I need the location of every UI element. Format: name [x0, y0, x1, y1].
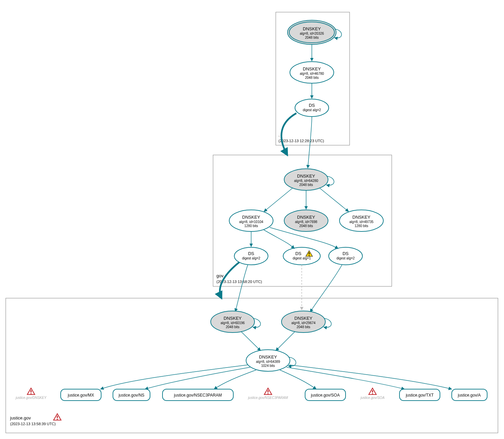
- rrset-label: justice.gov/TXT: [406, 393, 434, 398]
- edge: [100, 365, 248, 389]
- node-sub: digest alg=2: [242, 256, 261, 260]
- node-dnskey-64389: DNSKEY alg=8, id=64389 1024 bits: [246, 350, 290, 371]
- zone-timestamp-root: (2023-12-13 12:28:23 UTC): [278, 139, 324, 143]
- rrset-txt: justice.gov/TXT: [399, 389, 440, 401]
- edge: [276, 332, 295, 351]
- rrset-a: justice.gov/A: [452, 389, 487, 401]
- edge: [289, 365, 452, 389]
- node-sub: alg=8, id=29674: [291, 321, 316, 325]
- node-dnskey-7698: DNSKEY alg=8, id=7698 2048 bits: [284, 210, 328, 231]
- edge: [287, 367, 405, 389]
- node-title: DNSKEY: [294, 316, 313, 321]
- node-dnskey-60196: DNSKEY alg=8, id=60196 2048 bits: [211, 311, 255, 333]
- node-title: DNSKEY: [303, 66, 321, 71]
- node-sub: 2048 bits: [305, 76, 319, 80]
- node-ds-gov-b: DS digest alg=1: [283, 247, 320, 265]
- node-dnskey-10104: DNSKEY alg=8, id=10104 1280 bits: [229, 210, 273, 231]
- node-title: DNSKEY: [297, 215, 315, 220]
- rrset-label: justice.gov/NSEC3PARAM: [174, 393, 222, 398]
- node-dnskey-29674: DNSKEY alg=8, id=29674 2048 bits: [281, 311, 325, 333]
- node-title: DS: [295, 251, 301, 256]
- rrset-label: justice.gov/MX: [67, 393, 94, 398]
- node-sub: digest alg=2: [303, 108, 321, 112]
- rrset-nsec3param: justice.gov/NSEC3PARAM: [162, 389, 233, 401]
- dnssec-graph: . (2023-12-13 12:28:23 UTC) DNSKEY alg=8…: [0, 0, 504, 439]
- node-sub: alg=8, id=20326: [300, 32, 324, 35]
- node-title: DNSKEY: [352, 215, 370, 220]
- ghost-dnskey: justice.gov/DNSKEY: [15, 388, 47, 400]
- ghost-label: justice.gov/NSEC3PARAM: [247, 396, 288, 400]
- node-sub: 2048 bits: [299, 183, 313, 187]
- node-dnskey-49735: DNSKEY alg=8, id=49735 1280 bits: [339, 210, 383, 231]
- rrset-label: justice.gov/SOA: [310, 393, 339, 398]
- rrset-label: justice.gov/NS: [118, 393, 145, 398]
- svg-point-15: [283, 247, 320, 265]
- node-sub: 1280 bits: [244, 224, 258, 228]
- rrset-label: justice.gov/A: [457, 393, 481, 398]
- svg-point-9: [295, 99, 329, 117]
- node-sub: digest alg=1: [293, 256, 311, 260]
- node-sub: alg=8, id=64280: [294, 179, 318, 183]
- node-dnskey-64280: DNSKEY alg=8, id=64280 2048 bits: [284, 169, 328, 190]
- node-sub: alg=8, id=64389: [256, 360, 280, 364]
- edge-delegation: [281, 113, 296, 155]
- node-ds-gov-c: DS digest alg=2: [329, 247, 362, 265]
- edge: [264, 230, 294, 249]
- edge: [145, 367, 250, 389]
- node-sub: 1280 bits: [355, 224, 368, 228]
- node-sub: 2048 bits: [297, 325, 310, 329]
- node-title: DNSKEY: [242, 215, 260, 220]
- edge: [264, 188, 293, 212]
- node-sub: alg=8, id=60196: [220, 321, 245, 325]
- node-title: DNSKEY: [224, 316, 242, 321]
- ghost-label: justice.gov/SOA: [360, 396, 384, 400]
- node-sub: alg=8, id=7698: [295, 220, 318, 224]
- node-title: DS: [343, 251, 349, 256]
- rrset-ns: justice.gov/NS: [113, 389, 150, 401]
- ghost-label: justice.gov/DNSKEY: [15, 396, 47, 400]
- node-title: DS: [248, 251, 254, 256]
- node-sub: digest alg=2: [336, 256, 355, 260]
- edge: [235, 265, 248, 312]
- zone-label-root: .: [278, 132, 280, 137]
- error-icon: [54, 414, 61, 420]
- node-sub: alg=8, id=46780: [300, 72, 324, 75]
- zone-label-justice: justice.gov: [10, 415, 31, 420]
- edge: [310, 264, 342, 312]
- edge: [320, 188, 349, 212]
- rrset-mx: justice.gov/MX: [61, 389, 101, 401]
- node-sub: 2048 bits: [226, 325, 240, 329]
- node-sub: 1024 bits: [261, 364, 275, 368]
- zone-label-gov: gov: [216, 273, 224, 278]
- node-sub: 2048 bits: [305, 36, 319, 39]
- node-title: DNSKEY: [303, 26, 321, 31]
- edge: [241, 332, 261, 351]
- node-dnskey-46780: DNSKEY alg=8, id=46780 2048 bits: [290, 62, 334, 83]
- node-sub: alg=8, id=10104: [239, 220, 263, 224]
- node-title: DNSKEY: [259, 354, 277, 359]
- ghost-soa: justice.gov/SOA: [360, 388, 384, 400]
- rrset-soa: justice.gov/SOA: [305, 389, 346, 401]
- svg-point-16: [329, 247, 362, 265]
- node-title: DS: [309, 103, 315, 108]
- node-sub: 2048 bits: [299, 224, 313, 228]
- node-title: DNSKEY: [297, 174, 315, 179]
- edge: [280, 370, 316, 389]
- node-sub: alg=8, id=49735: [349, 220, 374, 224]
- zone-timestamp-justice: (2023-12-13 13:58:39 UTC): [10, 422, 56, 426]
- ghost-nsec3param: justice.gov/NSEC3PARAM: [247, 388, 288, 400]
- node-ds-root: DS digest alg=2: [295, 99, 329, 117]
- node-dnskey-20326: DNSKEY alg=8, id=20326 2048 bits: [288, 20, 336, 44]
